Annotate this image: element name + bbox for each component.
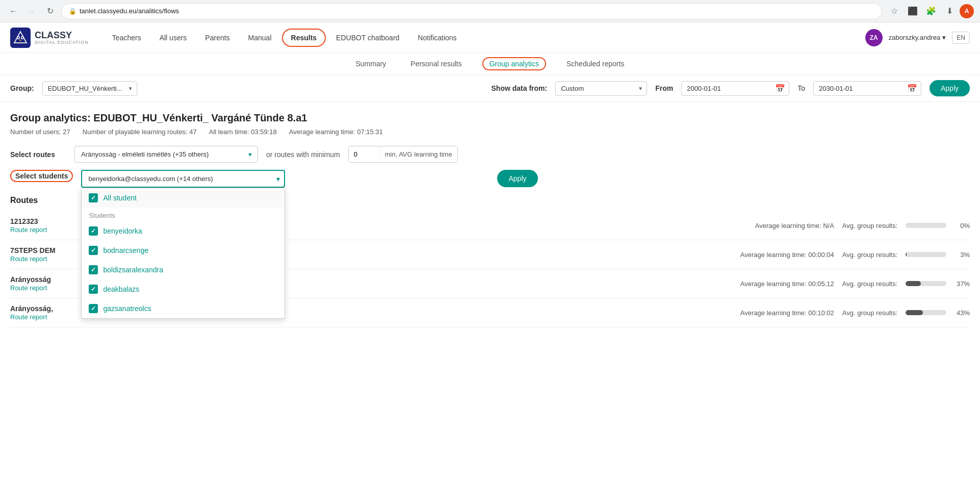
- url-text: tanlet.classyedu.eu/analitics/flows: [80, 7, 874, 15]
- stat-avg-time: Average learning time: 07:15:31: [289, 128, 383, 136]
- subnav-group[interactable]: Group analytics: [482, 57, 546, 70]
- main-nav: Teachers All users Parents Manual Result…: [104, 29, 865, 47]
- routes-select-wrapper: Arányosság - elméleti ismétlés (+35 othe…: [74, 146, 258, 163]
- dropdown-section-label: Students: [82, 208, 285, 221]
- or-label: or routes with minimum: [266, 150, 340, 159]
- student-filter-row: Select students benyeidorka@classyedu.co…: [10, 170, 970, 188]
- subnav-summary[interactable]: Summary: [351, 58, 390, 70]
- svg-point-4: [18, 37, 19, 38]
- svg-point-5: [22, 37, 23, 38]
- star-button[interactable]: ☆: [886, 3, 902, 19]
- route-avg-time-2: Average learning time: 00:00:04: [740, 251, 834, 259]
- user-avatar: ZA: [865, 29, 883, 46]
- student-dropdown: All student Students benyeidorka bodnarc…: [81, 188, 285, 319]
- to-date-input[interactable]: [813, 81, 921, 96]
- all-student-checkbox: [89, 193, 98, 202]
- route-link-2[interactable]: Route report: [10, 255, 47, 263]
- nav-parents[interactable]: Parents: [197, 30, 238, 46]
- to-date-wrapper: 📅: [813, 81, 921, 96]
- nav-teachers[interactable]: Teachers: [104, 30, 149, 46]
- extensions-button[interactable]: 🧩: [923, 3, 939, 19]
- boldizsaralexandra-label: boldizsaralexandra: [103, 266, 163, 274]
- chevron-down-icon: ▾: [942, 34, 946, 41]
- nav-all-users[interactable]: All users: [151, 30, 195, 46]
- back-button[interactable]: ←: [6, 4, 20, 18]
- route-name-3: Arányosság: [10, 275, 92, 284]
- nav-notifications[interactable]: Notifications: [409, 30, 465, 46]
- benyeidorka-label: benyeidorka: [103, 227, 142, 235]
- data-range-select[interactable]: Custom: [555, 81, 647, 96]
- route-progress-bg-4: [906, 310, 946, 315]
- logo-text-area: CLASSY DIGITAL EDUCATION: [35, 31, 89, 45]
- page-stats: Number of users: 27 Number of playable l…: [10, 128, 970, 136]
- route-name-col-4: Arányosság, Route report: [10, 304, 92, 321]
- browser-actions: ☆ ⬛ 🧩 ⬇ A: [886, 3, 974, 19]
- nav-results[interactable]: Results: [282, 29, 326, 47]
- route-name-4: Arányosság,: [10, 304, 92, 313]
- min-avg-input[interactable]: [349, 146, 379, 162]
- apply-students-button[interactable]: Apply: [497, 170, 537, 187]
- route-progress-fill-4: [906, 310, 923, 315]
- route-pct-2: 3%: [955, 251, 970, 259]
- dropdown-item-bodnarcsenge[interactable]: bodnarcsenge: [82, 241, 285, 260]
- route-avg-time-3: Average learning time: 00:05:12: [740, 280, 834, 288]
- group-select[interactable]: EDUBOT_HU_Vénkerti...: [42, 81, 137, 96]
- subnav-personal[interactable]: Personal results: [406, 58, 466, 70]
- url-bar[interactable]: 🔒 tanlet.classyedu.eu/analitics/flows: [61, 3, 882, 19]
- route-name-col-1: 1212323 Route report: [10, 217, 92, 234]
- route-link-4[interactable]: Route report: [10, 313, 47, 321]
- student-select-wrapper: benyeidorka@classyedu.com (+14 others) ▾…: [81, 170, 285, 188]
- language-button[interactable]: EN: [952, 32, 970, 44]
- route-link-1[interactable]: Route report: [10, 226, 47, 234]
- from-date-wrapper: 📅: [681, 81, 789, 96]
- nav-manual[interactable]: Manual: [240, 30, 280, 46]
- lock-icon: 🔒: [69, 8, 76, 15]
- logo-area: CLASSY DIGITAL EDUCATION: [10, 28, 89, 48]
- apply-toolbar-button[interactable]: Apply: [930, 80, 970, 96]
- all-student-label: All student: [103, 194, 136, 202]
- dropdown-item-benyeidorka[interactable]: benyeidorka: [82, 221, 285, 241]
- browser-user-avatar[interactable]: A: [960, 4, 974, 18]
- route-name-col-2: 7STEPS DEM Route report: [10, 246, 92, 263]
- bodnarcsenge-label: bodnarcsenge: [103, 246, 148, 254]
- route-pct-4: 43%: [955, 309, 970, 317]
- custom-select-wrapper: Custom: [555, 81, 647, 96]
- route-pct-3: 37%: [955, 280, 970, 288]
- gazsanatreolcs-label: gazsanatreolcs: [103, 304, 151, 313]
- group-label: Group:: [10, 84, 34, 92]
- from-date-input[interactable]: [681, 81, 789, 96]
- dropdown-item-gazsanatreolcs[interactable]: gazsanatreolcs: [82, 299, 285, 318]
- gazsanatreolcs-checkbox: [89, 304, 98, 313]
- route-avg-label-2: Avg. group results:: [842, 251, 897, 259]
- min-input-wrapper: min. AVG learning time: [348, 146, 458, 163]
- deakbalazs-label: deakbalazs: [103, 285, 139, 293]
- boldizsaralexandra-checkbox: [89, 265, 98, 274]
- route-name-1: 1212323: [10, 217, 92, 225]
- forward-button[interactable]: →: [24, 4, 39, 18]
- toolbar: Group: EDUBOT_HU_Vénkerti... Show data f…: [0, 75, 980, 102]
- route-avg-time-4: Average learning time: 00:10:02: [740, 309, 834, 317]
- refresh-button[interactable]: ↻: [43, 4, 57, 18]
- page-content: Group analytics: EDUBOT_HU_Vénkerti_ Var…: [0, 102, 980, 338]
- logo-sub: DIGITAL EDUCATION: [35, 40, 89, 45]
- screenshot-button[interactable]: ⬛: [905, 3, 921, 19]
- route-progress-fill-2: [906, 252, 907, 257]
- subnav-scheduled[interactable]: Scheduled reports: [562, 58, 629, 70]
- download-button[interactable]: ⬇: [941, 3, 958, 19]
- route-link-3[interactable]: Route report: [10, 284, 47, 292]
- logo-icon: [10, 28, 31, 48]
- dropdown-all-student[interactable]: All student: [82, 188, 285, 208]
- bodnarcsenge-checkbox: [89, 246, 98, 255]
- route-progress-bg-3: [906, 281, 946, 286]
- nav-edubot[interactable]: EDUBOT chatboard: [328, 30, 407, 46]
- students-label-circle: Select students: [10, 170, 73, 182]
- user-name[interactable]: zaborszky.andrea ▾: [889, 34, 946, 41]
- route-name-2: 7STEPS DEM: [10, 246, 92, 254]
- stat-routes: Number of playable learning routes: 47: [83, 128, 197, 136]
- student-select[interactable]: benyeidorka@classyedu.com (+14 others): [81, 170, 285, 188]
- route-progress-bg-2: [906, 252, 946, 257]
- routes-select[interactable]: Arányosság - elméleti ismétlés (+35 othe…: [74, 146, 258, 163]
- dropdown-item-boldizsaralexandra[interactable]: boldizsaralexandra: [82, 260, 285, 279]
- dropdown-item-deakbalazs[interactable]: deakbalazs: [82, 279, 285, 299]
- routes-filter-label: Select routes: [10, 150, 66, 159]
